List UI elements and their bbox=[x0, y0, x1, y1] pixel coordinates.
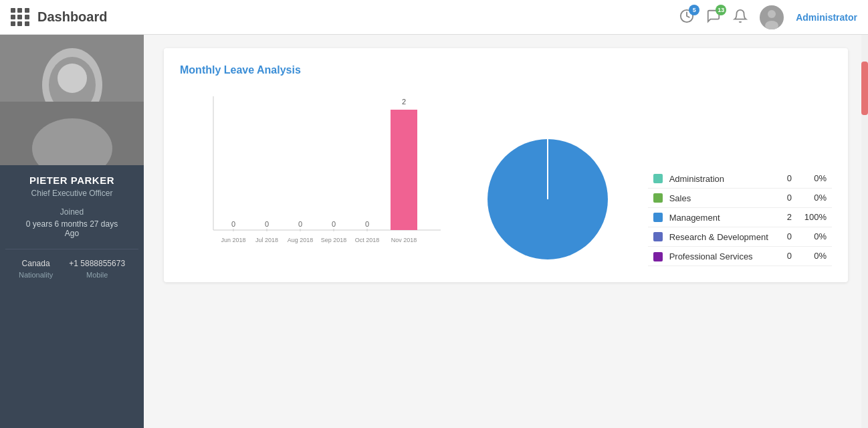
legend-table: Administration 0 0% Sales 0 0% Managemen… bbox=[648, 169, 832, 266]
legend-row: Research & Development 0 0% bbox=[648, 227, 832, 246]
svg-text:Jun 2018: Jun 2018 bbox=[221, 237, 245, 243]
chart-body: 0 Jun 2018 0 Jul 2018 0 Aug 2018 0 bbox=[180, 90, 832, 266]
legend-dot bbox=[653, 232, 663, 241]
legend-count: 2 bbox=[780, 207, 797, 227]
legend-label: Professional Services bbox=[669, 251, 753, 261]
profile-photo bbox=[0, 35, 144, 165]
profile-info: PIETER PARKER Chief Executive Officer Jo… bbox=[0, 165, 144, 286]
tenure-text: 0 years 6 months 27 days bbox=[5, 219, 138, 229]
legend-color-cell: Sales bbox=[648, 188, 780, 207]
svg-text:Sep 2018: Sep 2018 bbox=[321, 237, 347, 243]
svg-text:Oct 2018: Oct 2018 bbox=[355, 237, 380, 243]
legend-row: Administration 0 0% bbox=[648, 169, 832, 189]
legend-area: Administration 0 0% Sales 0 0% Managemen… bbox=[648, 169, 832, 266]
svg-text:Nov 2018: Nov 2018 bbox=[391, 237, 417, 243]
svg-text:2: 2 bbox=[402, 98, 406, 106]
bell-icon bbox=[733, 9, 748, 23]
svg-point-2 bbox=[768, 10, 776, 18]
bar-chart: 0 Jun 2018 0 Jul 2018 0 Aug 2018 0 bbox=[180, 90, 447, 266]
legend-dot bbox=[653, 193, 663, 203]
avatar-image bbox=[760, 5, 784, 29]
legend-label: Sales bbox=[669, 193, 691, 203]
legend-label: Management bbox=[669, 213, 720, 223]
legend-count: 0 bbox=[780, 188, 797, 207]
sidebar: PIETER PARKER Chief Executive Officer Jo… bbox=[0, 35, 144, 428]
bell-icon-wrap[interactable] bbox=[733, 9, 748, 26]
country-value: Canada bbox=[19, 259, 53, 268]
grid-menu-icon[interactable] bbox=[11, 8, 29, 27]
svg-point-7 bbox=[58, 64, 87, 93]
legend-row: Sales 0 0% bbox=[648, 188, 832, 207]
admin-label[interactable]: Administrator bbox=[796, 12, 857, 23]
page-title: Dashboard bbox=[37, 9, 679, 25]
legend-count: 0 bbox=[780, 227, 797, 246]
legend-label: Research & Development bbox=[669, 232, 768, 242]
ago-label: Ago bbox=[5, 229, 138, 238]
scrollbar-track[interactable] bbox=[861, 35, 868, 428]
legend-dot bbox=[653, 252, 663, 261]
legend-pct: 0% bbox=[797, 169, 832, 189]
legend-color-cell: Professional Services bbox=[648, 246, 780, 265]
pie-chart bbox=[474, 132, 621, 266]
svg-text:0: 0 bbox=[231, 220, 235, 228]
phone-value: +1 5888855673 bbox=[69, 259, 125, 268]
chat-icon-wrap[interactable]: 13 bbox=[706, 9, 721, 26]
legend-pct: 0% bbox=[797, 227, 832, 246]
profile-photo-svg bbox=[0, 35, 144, 165]
main-content: Monthly Leave Analysis 0 Jun 2018 bbox=[144, 35, 868, 428]
legend-row: Management 2 100% bbox=[648, 207, 832, 227]
country-label: Nationality bbox=[19, 271, 53, 279]
svg-text:0: 0 bbox=[365, 220, 369, 228]
chart-title: Monthly Leave Analysis bbox=[180, 64, 832, 76]
svg-text:0: 0 bbox=[298, 220, 302, 228]
avatar[interactable] bbox=[760, 5, 784, 29]
svg-rect-28 bbox=[391, 110, 417, 230]
chat-badge: 13 bbox=[716, 5, 726, 15]
legend-pct: 0% bbox=[797, 246, 832, 265]
profile-name: PIETER PARKER bbox=[5, 175, 138, 186]
legend-pct: 0% bbox=[797, 188, 832, 207]
legend-count: 0 bbox=[780, 246, 797, 265]
clock-badge: 5 bbox=[689, 5, 699, 15]
svg-text:Jul 2018: Jul 2018 bbox=[255, 237, 278, 243]
joined-label: Joined bbox=[5, 207, 138, 217]
phone-label: Mobile bbox=[69, 271, 125, 279]
legend-dot bbox=[653, 174, 663, 183]
legend-color-cell: Research & Development bbox=[648, 227, 780, 246]
svg-text:0: 0 bbox=[332, 220, 336, 228]
clock-icon-wrap[interactable]: 5 bbox=[679, 9, 694, 26]
leave-analysis-card: Monthly Leave Analysis 0 Jun 2018 bbox=[164, 48, 848, 282]
profile-details: Canada Nationality +1 5888855673 Mobile bbox=[5, 249, 138, 279]
main-layout: PIETER PARKER Chief Executive Officer Jo… bbox=[0, 35, 868, 428]
legend-pct: 100% bbox=[797, 207, 832, 227]
country-col: Canada Nationality bbox=[11, 259, 61, 279]
legend-color-cell: Management bbox=[648, 207, 780, 227]
legend-dot bbox=[653, 213, 663, 222]
svg-text:Aug 2018: Aug 2018 bbox=[288, 237, 314, 243]
scrollbar-thumb[interactable] bbox=[861, 62, 868, 115]
topnav: Dashboard 5 13 Administrator bbox=[0, 0, 868, 35]
legend-count: 0 bbox=[780, 169, 797, 189]
pie-chart-svg bbox=[481, 132, 615, 266]
topnav-actions: 5 13 Administrator bbox=[679, 5, 857, 29]
phone-col: +1 5888855673 Mobile bbox=[61, 259, 133, 279]
legend-label: Administration bbox=[669, 174, 724, 184]
legend-color-cell: Administration bbox=[648, 169, 780, 189]
profile-role: Chief Executive Officer bbox=[5, 189, 138, 198]
bar-chart-svg: 0 Jun 2018 0 Jul 2018 0 Aug 2018 0 bbox=[180, 90, 447, 263]
svg-text:0: 0 bbox=[265, 220, 269, 228]
legend-row: Professional Services 0 0% bbox=[648, 246, 832, 265]
